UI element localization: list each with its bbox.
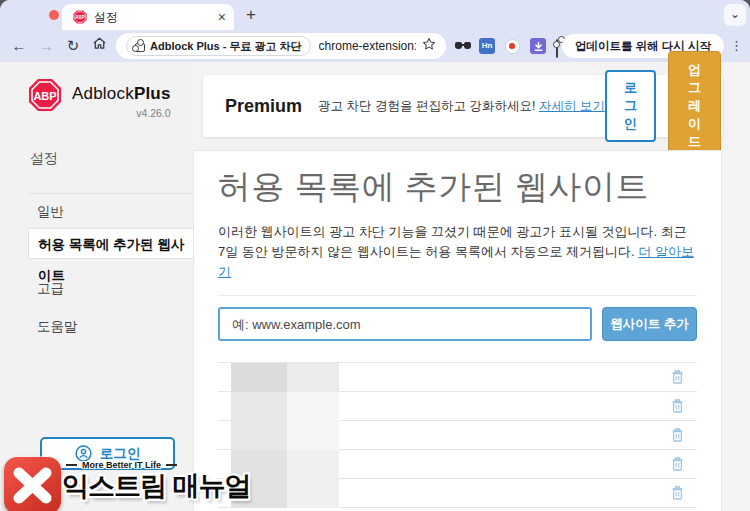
tab-strip: ABP 설정 × + ⌄ (0, 0, 750, 30)
allowlist-panel: 허용 목록에 추가된 웹사이트 이러한 웹사이트의 광고 차단 기능을 끄셨기 … (193, 150, 722, 511)
redacted-domain (231, 421, 339, 450)
abp-favicon-icon: ABP (73, 10, 87, 24)
premium-banner: Premium 광고 차단 경험을 편집하고 강화하세요! 자세히 보기 로그인… (203, 75, 723, 137)
add-website-row: 웹사이트 추가 (218, 307, 697, 341)
allowlist-row (218, 421, 697, 450)
delete-website-button[interactable] (669, 456, 685, 473)
premium-description: 광고 차단 경험을 편집하고 강화하세요! 자세히 보기 (318, 98, 605, 115)
extension-chip-label: Adblock Plus - 무료 광고 차단 (150, 39, 302, 54)
address-bar[interactable]: Adblock Plus - 무료 광고 차단 chrome-extension… (116, 33, 446, 59)
sidebar: ABP AdblockPlus v4.26.0 설정 일반 허용 목록에 추가된… (0, 62, 193, 511)
bookmark-star-icon[interactable] (422, 37, 436, 55)
sidebar-login-button[interactable]: 로그인 (40, 437, 175, 470)
sidebar-login-label: 로그인 (100, 445, 141, 463)
forward-icon[interactable]: → (37, 37, 55, 55)
sidebar-header: 설정 (30, 150, 58, 168)
extension-icon-glasses[interactable] (455, 41, 471, 49)
extension-icon-recorder[interactable] (505, 39, 520, 54)
navigation-bar: ← → ↻ Adblock Plus - 무료 광고 차단 chrome-ext… (0, 30, 750, 62)
extension-name-chip[interactable]: Adblock Plus - 무료 광고 차단 (126, 36, 311, 56)
allowlist-row (218, 450, 697, 479)
delete-website-button[interactable] (669, 398, 685, 415)
upgrade-button[interactable]: 업그레이드 (668, 51, 721, 161)
allowlist-row (218, 392, 697, 421)
reload-icon[interactable]: ↻ (64, 37, 82, 55)
browser-menu-icon[interactable]: ⋮ (730, 37, 743, 55)
delete-website-button[interactable] (669, 485, 685, 502)
add-website-button[interactable]: 웹사이트 추가 (602, 307, 697, 341)
browser-window: ABP 설정 × + ⌄ ← → ↻ Adblock Plus - 무료 광고 … (0, 0, 750, 511)
tab-settings[interactable]: ABP 설정 × (62, 4, 234, 30)
sidebar-item-allowlisted[interactable]: 허용 목록에 추가된 웹사이트 (28, 228, 193, 259)
brand: ABP AdblockPlus v4.26.0 (28, 78, 171, 119)
tab-search-icon[interactable]: ⌄ (724, 4, 746, 26)
person-icon (75, 445, 92, 462)
svg-text:ABP: ABP (33, 90, 56, 102)
delete-website-button[interactable] (669, 427, 685, 444)
version-label: v4.26.0 (72, 107, 171, 119)
page-content: ABP AdblockPlus v4.26.0 설정 일반 허용 목록에 추가된… (0, 62, 750, 511)
brand-name: AdblockPlus (72, 84, 171, 103)
main-area: Premium 광고 차단 경험을 편집하고 강화하세요! 자세히 보기 로그인… (193, 62, 750, 511)
new-tab-button[interactable]: + (241, 5, 261, 25)
redacted-domain (231, 392, 339, 421)
delete-website-button[interactable] (669, 369, 685, 386)
allowlist-row (218, 363, 697, 392)
panel-description: 이러한 웹사이트의 광고 차단 기능을 끄셨기 때문에 광고가 표시될 것입니다… (218, 222, 697, 282)
window-close-button[interactable] (49, 10, 59, 20)
premium-title: Premium (225, 96, 302, 117)
redacted-domain (231, 479, 339, 508)
abp-logo-icon: ABP (28, 78, 62, 112)
allowlist-row (218, 479, 697, 508)
url-text: chrome-extension://cfhdojbkjh... (319, 39, 416, 53)
panel-divider (218, 295, 697, 296)
close-tab-icon[interactable]: × (218, 10, 226, 24)
redacted-domain (231, 450, 339, 479)
sidebar-item-help[interactable]: 도움말 (0, 318, 193, 336)
page-title: 허용 목록에 추가된 웹사이트 (218, 165, 697, 210)
tab-title: 설정 (94, 9, 218, 26)
allowlist: www.youtube.com (218, 362, 697, 511)
redacted-domain (231, 363, 339, 392)
website-input[interactable] (218, 307, 592, 341)
premium-login-button[interactable]: 로그인 (605, 70, 656, 142)
home-icon[interactable] (90, 36, 108, 54)
sidebar-item-general[interactable]: 일반 (0, 203, 193, 221)
sidebar-item-advanced[interactable]: 고급 (0, 280, 193, 298)
extension-chip-icon (135, 43, 145, 52)
back-icon[interactable]: ← (10, 37, 28, 55)
extension-icon-downloader[interactable] (530, 38, 546, 54)
svg-text:ABP: ABP (75, 15, 85, 20)
premium-learn-more-link[interactable]: 자세히 보기 (539, 99, 605, 113)
sidebar-divider (28, 193, 193, 194)
extension-icon-hn[interactable]: Hn (479, 38, 495, 54)
